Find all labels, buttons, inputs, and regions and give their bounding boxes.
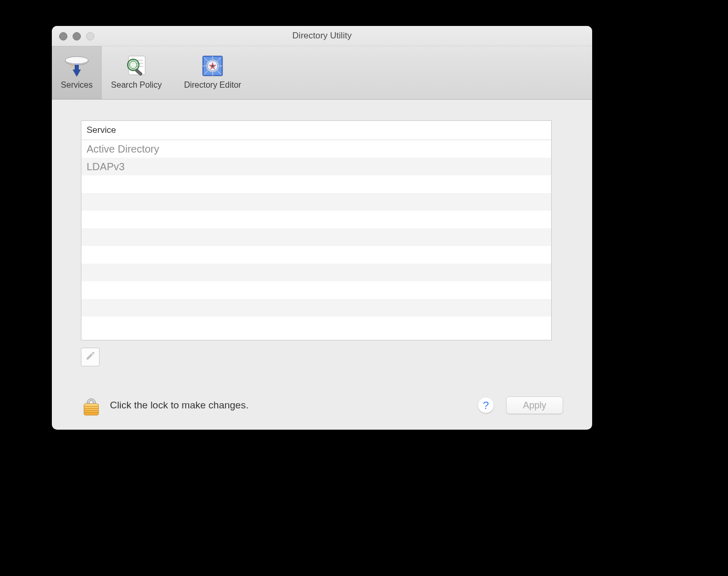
pencil-icon xyxy=(86,351,95,363)
toolbar: Services Search Policy xyxy=(52,46,592,100)
directory-utility-window: Directory Utility Services xyxy=(52,26,592,430)
close-button[interactable] xyxy=(59,32,67,40)
table-row[interactable]: LDAPv3 xyxy=(81,158,551,175)
content-area: Service Active DirectoryLDAPv3 xyxy=(52,99,592,430)
window-title: Directory Utility xyxy=(52,26,592,46)
directory-editor-icon xyxy=(198,52,227,79)
service-table-body: Active DirectoryLDAPv3 xyxy=(81,140,551,340)
window-controls xyxy=(59,32,94,40)
help-button[interactable]: ? xyxy=(478,397,494,413)
zoom-button[interactable] xyxy=(86,32,94,40)
table-row xyxy=(81,264,551,281)
tab-search-policy[interactable]: Search Policy xyxy=(102,46,171,99)
service-table: Service Active DirectoryLDAPv3 xyxy=(81,120,552,340)
table-row xyxy=(81,175,551,193)
tab-services-label: Services xyxy=(61,80,92,90)
table-row xyxy=(81,317,551,334)
lock-icon[interactable] xyxy=(81,392,102,418)
table-row xyxy=(81,281,551,299)
table-row xyxy=(81,193,551,211)
tab-search-policy-label: Search Policy xyxy=(111,80,162,90)
table-row[interactable]: Active Directory xyxy=(81,140,551,158)
minimize-button[interactable] xyxy=(73,32,81,40)
tab-directory-editor-label: Directory Editor xyxy=(184,80,241,90)
help-icon: ? xyxy=(483,399,489,412)
titlebar[interactable]: Directory Utility xyxy=(52,26,592,46)
services-icon xyxy=(62,52,91,79)
apply-button-label: Apply xyxy=(523,400,546,411)
lock-message: Click the lock to make changes. xyxy=(110,400,248,411)
footer: Click the lock to make changes. ? Apply xyxy=(81,392,563,418)
apply-button[interactable]: Apply xyxy=(506,396,563,414)
svg-point-16 xyxy=(212,65,214,67)
svg-rect-17 xyxy=(84,404,99,415)
table-row xyxy=(81,211,551,228)
table-row xyxy=(81,299,551,317)
svg-point-1 xyxy=(65,57,88,64)
table-row xyxy=(81,246,551,264)
svg-point-10 xyxy=(130,61,137,68)
svg-rect-3 xyxy=(75,63,79,65)
search-policy-icon xyxy=(122,52,151,79)
tab-services[interactable]: Services xyxy=(52,46,102,99)
edit-service-button[interactable] xyxy=(81,348,100,366)
tab-directory-editor[interactable]: Directory Editor xyxy=(171,46,254,99)
table-row xyxy=(81,228,551,246)
service-table-header[interactable]: Service xyxy=(81,121,551,140)
